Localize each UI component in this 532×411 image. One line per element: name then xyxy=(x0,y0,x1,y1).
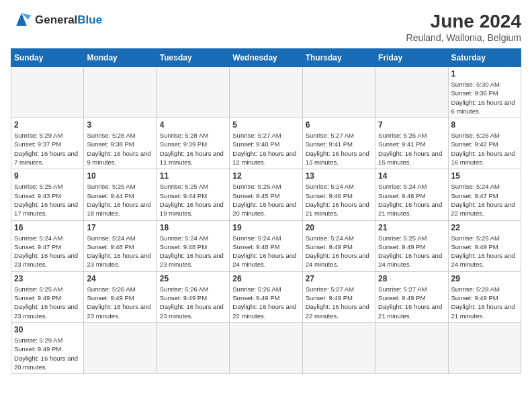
calendar-cell: 1Sunrise: 5:30 AMSunset: 9:36 PMDaylight… xyxy=(448,67,521,118)
calendar-cell: 16Sunrise: 5:24 AMSunset: 9:47 PMDayligh… xyxy=(11,220,84,271)
day-info: Sunrise: 5:27 AMSunset: 9:49 PMDaylight:… xyxy=(378,285,445,320)
calendar-cell xyxy=(230,67,302,118)
calendar-cell: 7Sunrise: 5:26 AMSunset: 9:41 PMDaylight… xyxy=(375,118,448,169)
day-info: Sunrise: 5:24 AMSunset: 9:48 PMDaylight:… xyxy=(87,234,153,269)
day-info: Sunrise: 5:29 AMSunset: 9:49 PMDaylight:… xyxy=(14,336,81,371)
day-info: Sunrise: 5:25 AMSunset: 9:49 PMDaylight:… xyxy=(451,234,518,269)
calendar-cell xyxy=(375,322,448,373)
day-number: 2 xyxy=(14,120,81,130)
calendar-cell: 17Sunrise: 5:24 AMSunset: 9:48 PMDayligh… xyxy=(84,220,157,271)
day-info: Sunrise: 5:24 AMSunset: 9:49 PMDaylight:… xyxy=(306,234,372,269)
day-info: Sunrise: 5:24 AMSunset: 9:46 PMDaylight:… xyxy=(306,182,372,218)
day-info: Sunrise: 5:25 AMSunset: 9:43 PMDaylight:… xyxy=(14,182,81,218)
day-info: Sunrise: 5:24 AMSunset: 9:47 PMDaylight:… xyxy=(14,234,81,269)
calendar-cell: 9Sunrise: 5:25 AMSunset: 9:43 PMDaylight… xyxy=(11,169,84,220)
day-number: 20 xyxy=(306,223,372,232)
col-header-saturday: Saturday xyxy=(448,49,521,67)
day-info: Sunrise: 5:30 AMSunset: 9:36 PMDaylight:… xyxy=(451,80,518,116)
day-number: 22 xyxy=(451,223,518,232)
day-number: 18 xyxy=(160,223,226,232)
calendar-header-row: SundayMondayTuesdayWednesdayThursdayFrid… xyxy=(11,49,521,67)
day-info: Sunrise: 5:24 AMSunset: 9:48 PMDaylight:… xyxy=(232,234,299,269)
calendar-cell: 6Sunrise: 5:27 AMSunset: 9:41 PMDaylight… xyxy=(302,118,375,169)
calendar-cell xyxy=(375,67,448,118)
calendar-cell xyxy=(302,322,375,373)
calendar-cell xyxy=(230,322,302,373)
calendar-cell: 15Sunrise: 5:24 AMSunset: 9:47 PMDayligh… xyxy=(448,169,521,220)
day-number: 19 xyxy=(232,223,299,232)
day-info: Sunrise: 5:25 AMSunset: 9:44 PMDaylight:… xyxy=(160,182,226,218)
day-info: Sunrise: 5:25 AMSunset: 9:45 PMDaylight:… xyxy=(232,182,299,218)
col-header-friday: Friday xyxy=(375,49,448,67)
calendar-cell: 18Sunrise: 5:24 AMSunset: 9:48 PMDayligh… xyxy=(157,220,229,271)
day-number: 3 xyxy=(87,120,153,130)
calendar-cell: 8Sunrise: 5:26 AMSunset: 9:42 PMDaylight… xyxy=(448,118,521,169)
week-row-6: 30Sunrise: 5:29 AMSunset: 9:49 PMDayligh… xyxy=(11,322,521,373)
calendar-cell: 22Sunrise: 5:25 AMSunset: 9:49 PMDayligh… xyxy=(448,220,521,271)
day-number: 9 xyxy=(14,171,81,181)
day-info: Sunrise: 5:25 AMSunset: 9:49 PMDaylight:… xyxy=(378,234,445,269)
logo: GeneralBlue xyxy=(11,11,102,30)
day-number: 5 xyxy=(232,120,299,130)
day-info: Sunrise: 5:26 AMSunset: 9:41 PMDaylight:… xyxy=(378,131,445,167)
calendar-cell: 27Sunrise: 5:27 AMSunset: 9:49 PMDayligh… xyxy=(302,271,375,322)
day-number: 12 xyxy=(232,171,299,181)
calendar-cell xyxy=(157,67,229,118)
calendar-cell xyxy=(302,67,375,118)
calendar-cell xyxy=(448,322,521,373)
calendar-cell: 12Sunrise: 5:25 AMSunset: 9:45 PMDayligh… xyxy=(230,169,302,220)
calendar-cell: 11Sunrise: 5:25 AMSunset: 9:44 PMDayligh… xyxy=(157,169,229,220)
day-info: Sunrise: 5:26 AMSunset: 9:42 PMDaylight:… xyxy=(451,131,518,167)
day-number: 1 xyxy=(451,69,518,79)
calendar-cell: 23Sunrise: 5:25 AMSunset: 9:49 PMDayligh… xyxy=(11,271,84,322)
day-number: 30 xyxy=(14,325,81,334)
calendar-cell: 14Sunrise: 5:24 AMSunset: 9:46 PMDayligh… xyxy=(375,169,448,220)
day-number: 4 xyxy=(160,120,226,130)
calendar-cell: 25Sunrise: 5:26 AMSunset: 9:49 PMDayligh… xyxy=(157,271,229,322)
calendar-cell: 13Sunrise: 5:24 AMSunset: 9:46 PMDayligh… xyxy=(302,169,375,220)
day-number: 16 xyxy=(14,223,81,232)
day-number: 10 xyxy=(87,171,153,181)
day-info: Sunrise: 5:25 AMSunset: 9:44 PMDaylight:… xyxy=(87,182,153,218)
calendar-cell: 5Sunrise: 5:27 AMSunset: 9:40 PMDaylight… xyxy=(230,118,302,169)
day-info: Sunrise: 5:26 AMSunset: 9:49 PMDaylight:… xyxy=(160,285,226,320)
day-number: 25 xyxy=(160,274,226,283)
day-number: 28 xyxy=(378,274,445,283)
day-info: Sunrise: 5:28 AMSunset: 9:38 PMDaylight:… xyxy=(87,131,153,167)
calendar-cell: 26Sunrise: 5:26 AMSunset: 9:49 PMDayligh… xyxy=(230,271,302,322)
day-number: 26 xyxy=(232,274,299,283)
calendar-cell: 28Sunrise: 5:27 AMSunset: 9:49 PMDayligh… xyxy=(375,271,448,322)
day-info: Sunrise: 5:24 AMSunset: 9:47 PMDaylight:… xyxy=(451,182,518,218)
day-number: 13 xyxy=(306,171,372,181)
day-info: Sunrise: 5:28 AMSunset: 9:49 PMDaylight:… xyxy=(451,285,518,320)
col-header-tuesday: Tuesday xyxy=(157,49,229,67)
day-number: 24 xyxy=(87,274,153,283)
calendar-cell: 24Sunrise: 5:26 AMSunset: 9:49 PMDayligh… xyxy=(84,271,157,322)
day-number: 23 xyxy=(14,274,81,283)
day-number: 29 xyxy=(451,274,518,283)
day-number: 15 xyxy=(451,171,518,181)
calendar-cell: 20Sunrise: 5:24 AMSunset: 9:49 PMDayligh… xyxy=(302,220,375,271)
day-number: 27 xyxy=(306,274,372,283)
day-info: Sunrise: 5:26 AMSunset: 9:49 PMDaylight:… xyxy=(232,285,299,320)
day-info: Sunrise: 5:24 AMSunset: 9:46 PMDaylight:… xyxy=(378,182,445,218)
col-header-monday: Monday xyxy=(84,49,157,67)
day-info: Sunrise: 5:27 AMSunset: 9:49 PMDaylight:… xyxy=(306,285,372,320)
calendar-cell: 29Sunrise: 5:28 AMSunset: 9:49 PMDayligh… xyxy=(448,271,521,322)
calendar-cell: 19Sunrise: 5:24 AMSunset: 9:48 PMDayligh… xyxy=(230,220,302,271)
calendar-cell xyxy=(157,322,229,373)
day-number: 11 xyxy=(160,171,226,181)
week-row-2: 2Sunrise: 5:29 AMSunset: 9:37 PMDaylight… xyxy=(11,118,521,169)
week-row-1: 1Sunrise: 5:30 AMSunset: 9:36 PMDaylight… xyxy=(11,67,521,118)
day-info: Sunrise: 5:25 AMSunset: 9:49 PMDaylight:… xyxy=(14,285,81,320)
week-row-4: 16Sunrise: 5:24 AMSunset: 9:47 PMDayligh… xyxy=(11,220,521,271)
col-header-thursday: Thursday xyxy=(302,49,375,67)
calendar-table: SundayMondayTuesdayWednesdayThursdayFrid… xyxy=(11,48,521,374)
day-number: 14 xyxy=(378,171,445,181)
title-section: June 2024 Reuland, Wallonia, Belgium xyxy=(406,11,521,43)
day-info: Sunrise: 5:28 AMSunset: 9:39 PMDaylight:… xyxy=(160,131,226,167)
calendar-cell: 2Sunrise: 5:29 AMSunset: 9:37 PMDaylight… xyxy=(11,118,84,169)
page-header: GeneralBlue June 2024 Reuland, Wallonia,… xyxy=(11,11,521,43)
calendar-cell xyxy=(11,67,84,118)
col-header-wednesday: Wednesday xyxy=(230,49,302,67)
